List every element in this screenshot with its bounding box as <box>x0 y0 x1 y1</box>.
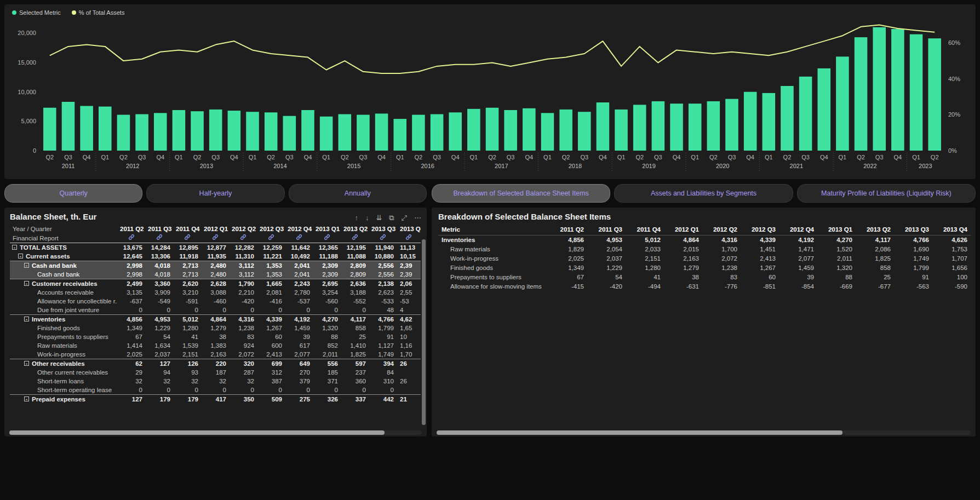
financial-report-link-cell[interactable] <box>201 233 229 243</box>
row-label-cell[interactable]: Work-in-progress <box>438 254 549 263</box>
bar-2012-q1[interactable] <box>99 107 112 151</box>
bar-2020-q4[interactable] <box>744 92 757 151</box>
financial-report-link-cell[interactable] <box>173 233 201 243</box>
bar-2016-q4[interactable] <box>449 112 462 151</box>
bar-2014-q1[interactable] <box>246 112 259 151</box>
financial-report-link-icon[interactable] <box>268 234 274 240</box>
bar-2013-q1[interactable] <box>173 110 186 151</box>
row-label-cell[interactable]: Short-term operating lease <box>10 386 117 395</box>
row-label-cell[interactable]: Accounts receivable <box>10 288 117 297</box>
row-label-cell[interactable]: Work-in-progress <box>10 350 117 359</box>
horizontal-scrollbar[interactable] <box>437 430 971 435</box>
financial-report-link-cell[interactable] <box>313 233 341 243</box>
financial-report-link-icon[interactable] <box>405 234 412 240</box>
bar-2023-q1[interactable] <box>910 35 923 151</box>
period-tab-quarterly[interactable]: Quarterly <box>4 184 142 203</box>
table-row-raw-materials[interactable]: Raw materials1,4141,6341,5391,3839246006… <box>10 341 421 350</box>
financial-report-link-icon[interactable] <box>296 234 302 240</box>
bar-2015-q4[interactable] <box>375 113 388 151</box>
table-row-prepayments-to-suppliers[interactable]: Prepayments to suppliers6754413883603988… <box>438 273 971 282</box>
financial-report-link-icon[interactable] <box>324 234 330 240</box>
row-label-cell[interactable]: Inventories <box>438 235 549 245</box>
collapse-icon[interactable]: - <box>24 281 29 286</box>
horizontal-scrollbar-thumb[interactable] <box>437 430 843 435</box>
bar-2015-q3[interactable] <box>357 115 370 151</box>
financial-report-link-icon[interactable] <box>240 234 247 240</box>
bar-2019-q2[interactable] <box>633 105 646 151</box>
table-row-inventories[interactable]: Inventories4,8564,9535,0124,8644,3164,33… <box>438 235 971 245</box>
table-row-customer-receivables[interactable]: -Customer receivables2,4993,3602,6202,62… <box>10 279 421 289</box>
bar-2017-q2[interactable] <box>486 108 499 151</box>
financial-report-link-cell[interactable] <box>117 233 145 243</box>
row-label-cell[interactable]: Allowance for slow-moving items <box>438 282 549 291</box>
expand-all-icon[interactable]: ⇊ <box>376 214 382 221</box>
row-label-cell[interactable]: -Other receivables <box>10 359 117 369</box>
row-label-cell[interactable]: Allowance for uncollectible r... <box>10 297 117 306</box>
table-row-total-assets[interactable]: -TOTAL ASSETS13,67514,28412,89512,87712,… <box>10 243 421 252</box>
table-row-other-receivables[interactable]: -Other receivables6212712622032069964955… <box>10 359 421 369</box>
bar-2020-q2[interactable] <box>707 101 720 151</box>
bar-2011-q4[interactable] <box>80 106 93 151</box>
table-row-accounts-receivable[interactable]: Accounts receivable3,1353,9093,2103,0882… <box>10 288 421 297</box>
bar-2012-q4[interactable] <box>154 113 167 151</box>
table-row-due-from-joint-venture[interactable]: Due from joint venture000000000484 <box>10 306 421 315</box>
copy-icon[interactable]: ⧉ <box>389 214 394 221</box>
period-tab-annually[interactable]: Annually <box>289 184 427 203</box>
table-row-work-in-progress[interactable]: Work-in-progress2,0252,0372,1512,1632,07… <box>438 254 971 263</box>
row-label-cell[interactable]: -TOTAL ASSETS <box>10 243 117 252</box>
bar-2023-q2[interactable] <box>928 38 941 151</box>
financial-report-link-icon[interactable] <box>128 234 135 240</box>
bar-2018-q4[interactable] <box>597 102 610 151</box>
collapse-icon[interactable]: - <box>24 396 29 401</box>
bar-2019-q3[interactable] <box>652 101 665 151</box>
bar-2021-q4[interactable] <box>817 68 830 151</box>
view-tab-maturity-profile-of-liabilities-liquidity-risk[interactable]: Maturity Profile of Liabilities (Liquidi… <box>797 184 976 203</box>
row-label-cell[interactable]: -Prepaid expenses <box>10 395 117 404</box>
bar-2021-q3[interactable] <box>799 77 812 151</box>
row-label-cell[interactable]: Short-term loans <box>10 377 117 386</box>
row-label-cell[interactable]: -Cash and bank <box>10 261 117 271</box>
bar-2020-q1[interactable] <box>689 104 702 151</box>
financial-report-link-icon[interactable] <box>156 234 163 240</box>
horizontal-scrollbar-thumb[interactable] <box>9 430 385 435</box>
bar-2011-q2[interactable] <box>43 108 56 151</box>
collapse-icon[interactable]: - <box>24 317 29 321</box>
bar-2021-q1[interactable] <box>763 93 776 151</box>
bar-2018-q1[interactable] <box>541 113 554 151</box>
row-label-cell[interactable]: Prepayments to suppliers <box>10 332 117 341</box>
table-row-current-assets[interactable]: -Current assets12,64513,30611,91811,9351… <box>10 252 421 261</box>
bar-2015-q2[interactable] <box>338 114 351 151</box>
row-label-cell[interactable]: Due from joint venture <box>10 306 117 315</box>
financial-report-link-cell[interactable] <box>285 233 313 243</box>
table-row-short-term-loans[interactable]: Short-term loans323232323238737937136031… <box>10 377 421 386</box>
focus-mode-icon[interactable]: ⤢ <box>402 214 407 221</box>
horizontal-scrollbar[interactable] <box>9 430 422 435</box>
row-label-cell[interactable]: -Customer receivables <box>10 279 117 289</box>
collapse-icon[interactable]: - <box>12 245 17 250</box>
collapse-icon[interactable]: - <box>24 361 29 366</box>
bar-2013-q3[interactable] <box>209 110 222 151</box>
financial-report-link-icon[interactable] <box>352 234 358 240</box>
bar-2019-q4[interactable] <box>670 104 683 151</box>
financial-report-link-icon[interactable] <box>212 234 219 240</box>
pct-of-total-assets-line[interactable] <box>50 25 935 74</box>
bar-2019-q1[interactable] <box>615 110 628 151</box>
row-label-cell[interactable]: -Inventories <box>10 315 117 324</box>
bar-2022-q1[interactable] <box>836 56 849 151</box>
bar-2014-q2[interactable] <box>265 112 278 151</box>
financial-report-link-cell[interactable] <box>369 233 397 243</box>
bar-2014-q4[interactable] <box>301 110 314 151</box>
financial-report-link-icon[interactable] <box>380 234 386 240</box>
view-tab-assets-and-liabilities-by-segments[interactable]: Assets and Liabilities by Segments <box>614 184 793 203</box>
table-row-inventories[interactable]: -Inventories4,8564,9535,0124,8644,3164,3… <box>10 315 421 324</box>
row-label-cell[interactable]: Finished goods <box>438 263 549 273</box>
bar-2011-q3[interactable] <box>62 102 75 151</box>
financial-report-link-cell[interactable] <box>397 233 421 243</box>
table-row-prepayments-to-suppliers[interactable]: Prepayments to suppliers6754413883603988… <box>10 332 421 341</box>
table-row-prepaid-expenses[interactable]: -Prepaid expenses12717917941735050927532… <box>10 395 421 404</box>
table-row-short-term-operating-lease[interactable]: Short-term operating lease0000000000 <box>10 386 421 395</box>
bar-2016-q1[interactable] <box>393 119 406 151</box>
period-tab-half-yearly[interactable]: Half-yearly <box>146 184 284 203</box>
financial-report-link-cell[interactable] <box>341 233 369 243</box>
row-label-cell[interactable]: Raw materials <box>10 341 117 350</box>
